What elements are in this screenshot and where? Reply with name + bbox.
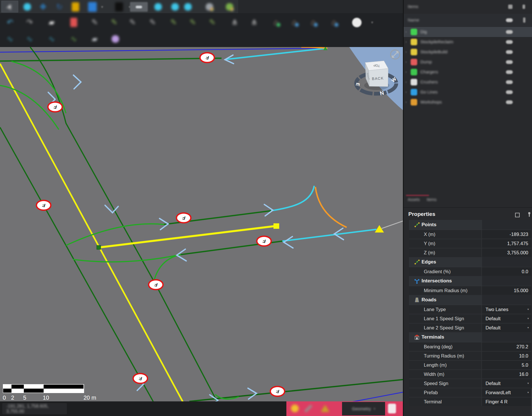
stop-button[interactable] <box>388 404 396 413</box>
curve-tool-3-icon[interactable]: ∿ <box>47 34 57 44</box>
viewport-3d[interactable]: F F F F F F F F BACK TOP RIGHT N W E 0 2 <box>0 47 403 401</box>
eye-visibility-icon[interactable] <box>506 50 513 54</box>
edit-edge-tool-icon[interactable]: ✎ <box>128 17 137 27</box>
redo-icon[interactable]: ↷ <box>25 17 34 27</box>
expander-icon[interactable]: › <box>405 70 407 74</box>
item-row-stockpilebuild[interactable]: ›StockpileBuild <box>404 47 532 57</box>
tab-assets[interactable]: Assets <box>408 197 420 202</box>
sun-status-icon[interactable] <box>291 405 299 412</box>
item-row-dig[interactable]: ›Dig <box>404 27 532 37</box>
intersection-fillet-curves[interactable] <box>0 61 239 399</box>
item-row-stockpilereclaim[interactable]: ›StockpileReclaim <box>404 37 532 47</box>
section-header-roads[interactable]: Roads <box>409 295 531 305</box>
display-settings-icon[interactable] <box>205 2 214 12</box>
geometry-mode-button[interactable]: Geometry ▾ <box>342 402 385 415</box>
dropdown-caret-icon[interactable]: ▾ <box>527 388 529 397</box>
item-row-chargers[interactable]: ›Chargers <box>404 67 532 77</box>
join-road-tool-icon[interactable]: ✎ <box>188 17 198 27</box>
undo-icon[interactable]: ↶ <box>5 17 15 27</box>
blue-road-top[interactable] <box>0 48 327 52</box>
property-value-field[interactable]: 16.0 <box>482 370 531 378</box>
property-value-field[interactable]: Default▾ <box>482 323 531 332</box>
curve-tool-1-icon[interactable]: ∿ <box>5 34 15 44</box>
snap-road-tool-icon[interactable]: ✎ <box>207 17 217 27</box>
zoom-extents-tool-icon[interactable] <box>170 2 180 12</box>
expander-icon[interactable]: › <box>405 30 407 34</box>
gray-road-stub[interactable] <box>382 221 403 228</box>
green-road-diagonal-right[interactable] <box>30 47 225 401</box>
move-tool-icon[interactable]: ✥ <box>38 2 48 12</box>
zoom-tool-icon[interactable] <box>153 2 163 12</box>
black-layer-swatch-icon[interactable] <box>114 2 124 12</box>
terminal-edit-tool-icon[interactable]: ⌂ <box>308 17 318 27</box>
property-value-field[interactable]: 0.0 <box>482 267 531 276</box>
properties-pin-icon[interactable] <box>528 212 530 214</box>
visibility-column-eye-icon[interactable] <box>506 18 513 22</box>
terminal-delete-tool-icon[interactable]: ⌂ <box>329 17 339 27</box>
panel-pin-icon[interactable] <box>523 5 525 9</box>
paint-settings-icon[interactable] <box>225 2 234 12</box>
terminal-blue-tool-icon[interactable]: ⌂ <box>290 17 299 27</box>
tab-items[interactable]: Items <box>427 197 436 202</box>
item-row-workshops[interactable]: ›Workshops <box>404 97 532 107</box>
dropdown-caret-icon[interactable]: ▾ <box>527 314 529 323</box>
property-value-field[interactable]: Two Lanes▾ <box>482 305 531 314</box>
eye-visibility-icon[interactable] <box>506 30 513 34</box>
measure-tool-button[interactable] <box>130 2 148 12</box>
property-value-field[interactable]: 1,757.475 <box>482 239 531 248</box>
yellow-selected-road[interactable] <box>99 226 276 247</box>
property-value-field[interactable]: Default▾ <box>482 379 531 388</box>
swatch-dropdown-caret-icon[interactable]: ▾ <box>97 2 107 12</box>
green-road-diagonal-left[interactable] <box>0 127 161 401</box>
draw-edge-tool-icon[interactable]: ✎ <box>90 17 100 27</box>
remove-intersection-tool-icon[interactable]: ⋔ <box>249 17 259 27</box>
cyan-curve-mid[interactable] <box>271 186 314 211</box>
orange-curve-mid[interactable] <box>315 187 347 227</box>
eye-visibility-icon[interactable] <box>506 100 513 104</box>
property-value-field[interactable]: 15.000 <box>482 286 531 295</box>
section-header-terminals[interactable]: Terminals <box>409 332 531 342</box>
properties-restore-icon[interactable] <box>515 213 520 217</box>
yellow-road-diagonal[interactable] <box>0 64 191 401</box>
intersection-tool-icon[interactable]: ⋔ <box>230 17 240 27</box>
item-row-dump[interactable]: ›Dump <box>404 57 532 67</box>
expander-icon[interactable]: › <box>405 90 407 94</box>
dropdown-caret-icon[interactable]: ▾ <box>527 305 529 314</box>
item-row-go-lines[interactable]: ›Go Lines <box>404 87 532 97</box>
warning-status-icon[interactable] <box>321 405 329 412</box>
property-value-field[interactable]: ForwardLeft▾ <box>482 388 531 397</box>
panel-restore-icon[interactable] <box>508 5 512 9</box>
yellow-layer-swatch-icon[interactable] <box>71 2 80 12</box>
green-endpoint-handle[interactable] <box>97 245 101 249</box>
expander-icon[interactable]: › <box>405 60 407 64</box>
eraser-tool-icon[interactable]: ▰ <box>47 17 57 27</box>
magnet-tool-icon[interactable] <box>110 34 120 44</box>
pencil-status-icon[interactable] <box>304 405 312 413</box>
property-value-field[interactable]: 5.0 <box>482 361 531 369</box>
orange-curve-top[interactable] <box>301 47 327 48</box>
expander-icon[interactable]: › <box>405 50 407 54</box>
blue-road-bottom[interactable] <box>321 392 403 401</box>
section-header-intersections[interactable]: Intersections <box>409 276 531 286</box>
property-value-field[interactable]: 10.0 <box>482 351 531 360</box>
yellow-endpoint-handle[interactable] <box>273 223 279 229</box>
extend-road-tool-icon[interactable]: ✎ <box>169 17 178 27</box>
eye-visibility-icon[interactable] <box>506 40 513 44</box>
box-select-tool-icon[interactable] <box>22 2 32 12</box>
lock-column-icon[interactable] <box>523 17 525 23</box>
select-tool-icon[interactable]: ➤ <box>3 1 16 13</box>
dropdown-caret-icon[interactable]: ▾ <box>527 379 529 388</box>
green-road-top[interactable] <box>0 58 222 61</box>
properties-scrollbar[interactable] <box>531 388 532 416</box>
delete-region-tool-icon[interactable] <box>69 17 79 27</box>
section-header-points[interactable]: Points <box>409 220 531 230</box>
expander-icon[interactable]: › <box>405 80 407 84</box>
curve-tool-4-icon[interactable]: ∿ <box>69 34 79 44</box>
property-value-field[interactable]: Default▾ <box>482 314 531 323</box>
render-mode-caret-icon[interactable]: ▾ <box>367 17 377 27</box>
property-value-field[interactable]: -189.323 <box>482 230 531 239</box>
property-value-field[interactable]: Finger 4 R <box>482 397 531 406</box>
item-row-crushers[interactable]: ›Crushers <box>404 77 532 87</box>
render-mode-button[interactable] <box>352 17 362 27</box>
section-header-edges[interactable]: Edges <box>409 257 531 267</box>
